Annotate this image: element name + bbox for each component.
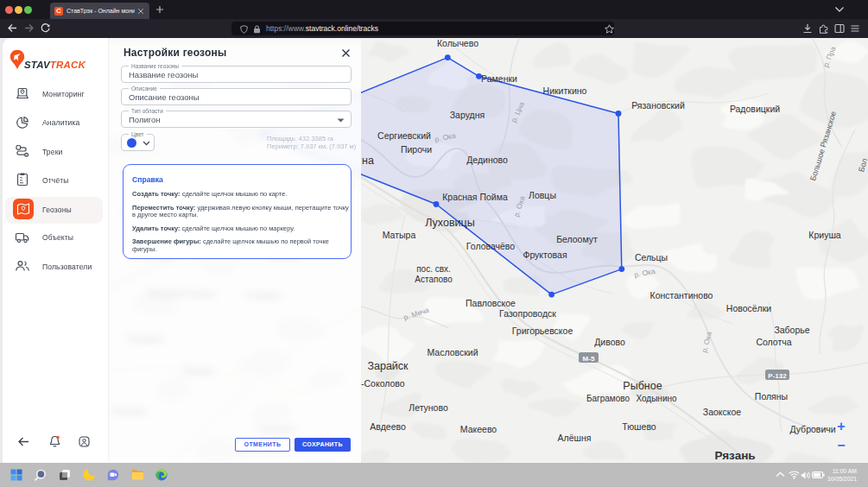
- svg-text:Летуново: Летуново: [409, 402, 448, 413]
- svg-text:Тюшево: Тюшево: [622, 421, 656, 432]
- svg-text:Пирочи: Пирочи: [401, 144, 432, 155]
- svg-text:Рыбное: Рыбное: [623, 380, 662, 392]
- svg-text:Дивово: Дивово: [594, 337, 625, 347]
- svg-text:Павловское: Павловское: [466, 298, 516, 308]
- svg-text:Сельцы: Сельцы: [635, 252, 668, 262]
- svg-text:Р-132: Р-132: [768, 372, 787, 380]
- svg-text:Матыра: Матыра: [383, 230, 416, 240]
- svg-text:Раменки: Раменки: [481, 73, 517, 84]
- svg-text:Астапово: Астапово: [415, 275, 453, 284]
- svg-text:Ходынино: Ходынино: [636, 394, 677, 403]
- svg-text:Григорьевское: Григорьевское: [512, 326, 573, 336]
- svg-text:Криуша: Криуша: [808, 230, 840, 240]
- svg-text:Красная Пойма: Красная Пойма: [442, 192, 508, 202]
- svg-text:Зарудня: Зарудня: [450, 110, 485, 120]
- svg-text:Дубровичи: Дубровичи: [789, 424, 835, 434]
- svg-text:Авдеево: Авдеево: [370, 421, 406, 432]
- svg-text:Зарайск: Зарайск: [367, 360, 409, 372]
- svg-text:Белоомут: Белоомут: [556, 234, 598, 244]
- svg-text:Рязань: Рязань: [714, 449, 755, 462]
- svg-text:Новосёлки: Новосёлки: [726, 303, 772, 313]
- svg-text:−: −: [837, 438, 845, 452]
- svg-text:Газопроводск: Газопроводск: [499, 308, 556, 319]
- svg-text:Баграмово: Баграмово: [586, 394, 630, 403]
- svg-text:Фруктовая: Фруктовая: [523, 250, 567, 260]
- svg-text:Ловцы: Ловцы: [529, 190, 556, 200]
- svg-text:Поляны: Поляны: [755, 391, 788, 402]
- svg-text:Головачёво: Головачёво: [466, 241, 516, 251]
- svg-text:Заборье: Заборье: [774, 325, 809, 335]
- svg-text:Макеево: Макеево: [460, 424, 497, 434]
- svg-text:Масловский: Масловский: [427, 347, 478, 357]
- svg-text:пос. свх.: пос. свх.: [416, 264, 451, 274]
- svg-text:М-5: М-5: [583, 355, 595, 363]
- svg-text:Радовицкий: Радовицкий: [730, 104, 780, 114]
- svg-text:Дединово: Дединово: [466, 155, 508, 165]
- svg-text:Солотча: Солотча: [756, 337, 791, 347]
- svg-text:Константиново: Константиново: [650, 290, 713, 300]
- svg-text:Колычево: Колычево: [437, 38, 478, 48]
- svg-text:+: +: [837, 419, 845, 433]
- svg-text:Рязановский: Рязановский: [631, 100, 685, 111]
- svg-text:Алёшня: Алёшня: [558, 433, 592, 443]
- svg-text:Заокское: Заокское: [703, 407, 742, 417]
- svg-text:на: на: [362, 155, 374, 167]
- svg-text:Никиткино: Никиткино: [543, 85, 587, 96]
- svg-text:Луховицы: Луховицы: [425, 217, 474, 229]
- svg-text:Сергиевский: Сергиевский: [377, 130, 431, 141]
- svg-text:-Соколово: -Соколово: [361, 378, 405, 389]
